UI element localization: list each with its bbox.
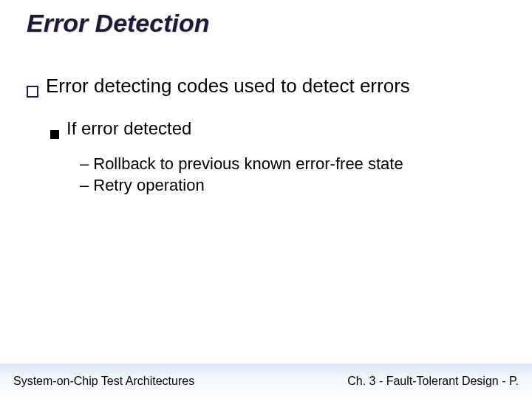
bullet-l1-text: Error detecting codes used to detect err… bbox=[46, 74, 410, 98]
bullet-level-3: –Rollback to previous known error-free s… bbox=[80, 153, 505, 175]
footer-right-text: Ch. 3 - Fault-Tolerant Design - P. bbox=[347, 375, 519, 388]
filled-square-bullet-icon bbox=[50, 121, 59, 144]
bullet-l3b-text: Retry operation bbox=[93, 176, 204, 194]
bullet-level-2: If error detected bbox=[50, 117, 505, 144]
slide-title: Error Detection bbox=[27, 9, 210, 38]
dash-bullet-icon: – bbox=[80, 154, 89, 173]
slide-footer: System-on-Chip Test Architectures Ch. 3 … bbox=[0, 364, 532, 399]
slide-container: Error Detection Error detecting codes us… bbox=[0, 0, 532, 399]
footer-left-text: System-on-Chip Test Architectures bbox=[13, 375, 194, 388]
bullet-l2-text: If error detected bbox=[66, 117, 191, 140]
svg-rect-0 bbox=[27, 86, 38, 97]
bullet-l3a-text: Rollback to previous known error-free st… bbox=[93, 154, 403, 173]
dash-bullet-icon: – bbox=[80, 176, 89, 194]
slide-content: Error detecting codes used to detect err… bbox=[27, 74, 505, 197]
bullet-level-3: –Retry operation bbox=[80, 174, 505, 197]
bullet-level-1: Error detecting codes used to detect err… bbox=[27, 74, 505, 103]
square-bullet-icon bbox=[27, 79, 38, 103]
svg-rect-1 bbox=[50, 130, 59, 139]
